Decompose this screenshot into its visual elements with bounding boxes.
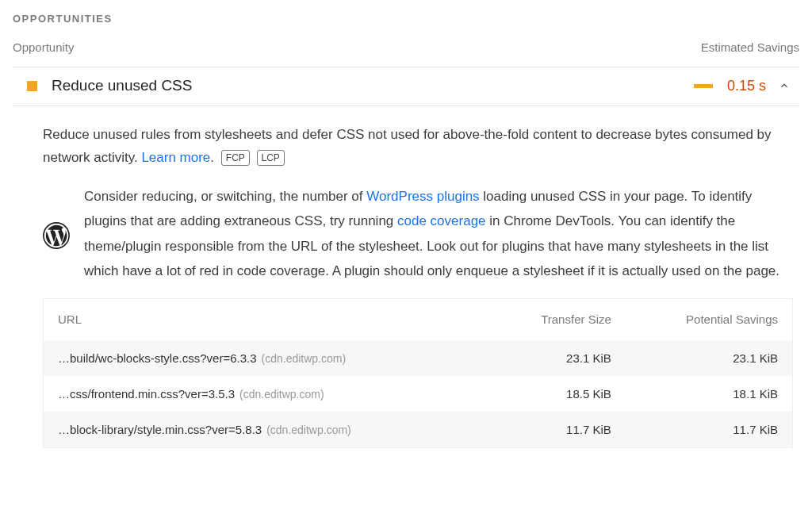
advice-text: Consider reducing, or switching, the num… bbox=[84, 184, 793, 284]
url-path: …block-library/style.min.css?ver=5.8.3 bbox=[58, 423, 262, 436]
table-header-transfer: Transfer Size bbox=[488, 299, 625, 340]
column-savings-label: Estimated Savings bbox=[701, 40, 799, 54]
description-period: . bbox=[210, 150, 214, 165]
wordpress-icon bbox=[43, 222, 70, 249]
opportunity-title: Reduce unused CSS bbox=[52, 77, 694, 94]
url-path: …css/frontend.min.css?ver=3.5.3 bbox=[58, 387, 235, 401]
advice-part1: Consider reducing, or switching, the num… bbox=[84, 189, 366, 204]
url-domain: (cdn.editwp.com) bbox=[239, 388, 324, 401]
cell-url: …block-library/style.min.css?ver=5.8.3(c… bbox=[44, 412, 488, 447]
metric-tag-fcp: FCP bbox=[221, 150, 250, 166]
opportunity-description: Reduce unused rules from stylesheets and… bbox=[13, 106, 799, 170]
cell-transfer: 23.1 KiB bbox=[488, 340, 625, 376]
chevron-up-icon bbox=[779, 80, 790, 91]
cell-potential: 23.1 KiB bbox=[626, 340, 792, 376]
opportunities-heading: OPPORTUNITIES bbox=[13, 13, 799, 25]
cell-url: …build/wc-blocks-style.css?ver=6.3.3(cdn… bbox=[44, 340, 488, 376]
table-header-potential: Potential Savings bbox=[626, 299, 792, 340]
resources-table: URL Transfer Size Potential Savings …bui… bbox=[43, 298, 793, 448]
cell-potential: 11.7 KiB bbox=[626, 412, 792, 447]
cell-url: …css/frontend.min.css?ver=3.5.3(cdn.edit… bbox=[44, 376, 488, 412]
column-opportunity-label: Opportunity bbox=[13, 40, 75, 54]
severity-marker-icon bbox=[27, 81, 37, 91]
url-domain: (cdn.editwp.com) bbox=[262, 352, 347, 365]
code-coverage-link[interactable]: code coverage bbox=[397, 213, 486, 228]
cell-transfer: 18.5 KiB bbox=[488, 376, 625, 412]
savings-bar-icon bbox=[694, 84, 713, 88]
cell-transfer: 11.7 KiB bbox=[488, 412, 625, 447]
learn-more-link[interactable]: Learn more bbox=[141, 150, 210, 165]
url-domain: (cdn.editwp.com) bbox=[266, 424, 351, 436]
savings-value: 0.15 s bbox=[727, 78, 766, 94]
wordpress-plugins-link[interactable]: WordPress plugins bbox=[366, 189, 479, 204]
column-headers: Opportunity Estimated Savings bbox=[13, 40, 799, 60]
metric-tag-lcp: LCP bbox=[257, 150, 285, 166]
table-row: …build/wc-blocks-style.css?ver=6.3.3(cdn… bbox=[44, 340, 792, 376]
url-path: …build/wc-blocks-style.css?ver=6.3.3 bbox=[58, 351, 257, 365]
opportunity-row[interactable]: Reduce unused CSS 0.15 s bbox=[13, 67, 799, 106]
table-header-url: URL bbox=[44, 299, 488, 340]
table-row: …block-library/style.min.css?ver=5.8.3(c… bbox=[44, 412, 792, 447]
cell-potential: 18.1 KiB bbox=[626, 376, 792, 412]
table-row: …css/frontend.min.css?ver=3.5.3(cdn.edit… bbox=[44, 376, 792, 412]
